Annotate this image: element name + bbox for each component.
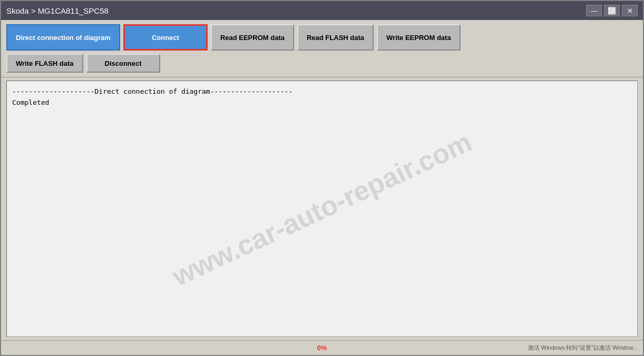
connect-button[interactable]: Connect [123,24,208,51]
disconnect-button[interactable]: Disconnect [86,54,160,73]
write-flash-button[interactable]: Write FLASH data [6,54,83,73]
maximize-button[interactable]: ⬜ [604,5,620,16]
toolbar: Direct connection of diagram Connect Rea… [1,20,643,77]
read-flash-button[interactable]: Read FLASH data [297,24,374,51]
status-bar: 0% 激活 Windows 转到"设置"以激活 Window... [1,340,643,355]
output-area: --------------------Direct connection of… [6,81,638,337]
close-button[interactable]: ✕ [622,5,638,16]
window-controls: — ⬜ ✕ [586,5,638,16]
direct-connection-button[interactable]: Direct connection of diagram [6,24,120,51]
progress-indicator: 0% [317,344,327,352]
window-title: Skoda > MG1CA811_SPC58 [6,6,109,15]
output-text: --------------------Direct connection of… [12,86,632,108]
activate-windows-notice: 激活 Windows 转到"设置"以激活 Window... [528,344,638,352]
watermark: www.car-auto-repair.com [168,125,477,292]
write-eeprom-button[interactable]: Write EEPROM data [377,24,461,51]
toolbar-row-1: Direct connection of diagram Connect Rea… [6,24,638,51]
title-bar: Skoda > MG1CA811_SPC58 — ⬜ ✕ [1,1,643,20]
toolbar-row-2: Write FLASH data Disconnect [6,54,638,73]
read-eeprom-button[interactable]: Read EEPROM data [211,24,294,51]
minimize-button[interactable]: — [586,5,602,16]
main-window: Skoda > MG1CA811_SPC58 — ⬜ ✕ Direct conn… [0,0,644,356]
